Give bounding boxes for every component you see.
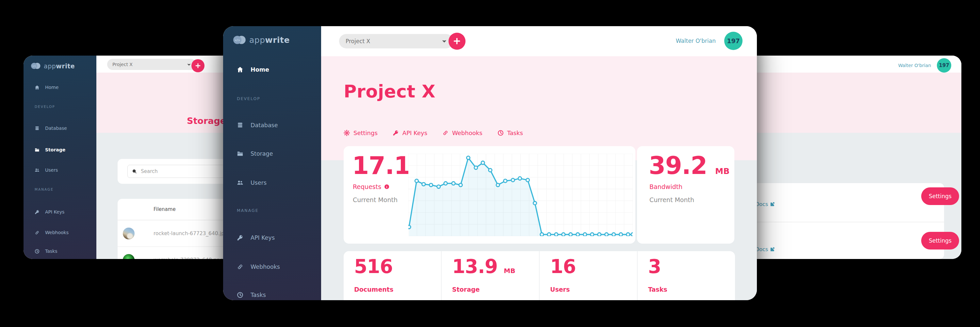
- usage-summary-card: 516 Documents 13.9 MB Storage 16 Users 3…: [344, 251, 735, 300]
- requests-label: Requests: [353, 183, 381, 190]
- docs-link-label: Docs: [755, 201, 768, 207]
- project-selector-value: Project X: [345, 38, 370, 45]
- settings-button[interactable]: Settings: [921, 232, 959, 249]
- requests-period: Current Month: [353, 196, 398, 203]
- project-tabs: Settings API Keys Webhooks Tasks: [344, 129, 523, 136]
- tab-label: Settings: [353, 129, 378, 136]
- user-name[interactable]: Walter O'brian: [676, 38, 716, 44]
- sidebar-item-label: Tasks: [251, 292, 266, 298]
- sidebar-section-develop: DEVELOP: [35, 105, 55, 108]
- project-selector-value: Project X: [112, 62, 133, 67]
- home-icon: [35, 85, 40, 90]
- info-icon[interactable]: i: [384, 184, 390, 189]
- database-icon: [35, 126, 40, 131]
- desktop: </> appwrite HomeDEVELOPDatabaseStorageU…: [0, 0, 980, 327]
- clock-icon: [237, 292, 243, 298]
- tab-api-keys[interactable]: API Keys: [393, 129, 427, 136]
- users-value: 16: [550, 257, 637, 276]
- tasks-cell: 3 Tasks: [638, 251, 735, 300]
- sidebar-item-users[interactable]: Users: [24, 165, 96, 175]
- sidebar-item-home[interactable]: Home: [223, 65, 321, 75]
- sidebar-nav: HomeDEVELOPDatabaseStorageUsersMANAGEAPI…: [223, 26, 321, 300]
- file-thumbnail-wormhole: [123, 254, 135, 259]
- documents-cell: 516 Documents: [344, 251, 442, 300]
- sidebar-item-api-keys[interactable]: API Keys: [223, 233, 321, 242]
- page-title: Project X: [344, 81, 436, 102]
- sidebar-item-label: Database: [45, 126, 67, 131]
- row-divider: [735, 222, 944, 222]
- requests-stat-card: 17.1K Requestsi Current Month: [344, 146, 635, 244]
- storage-unit: MB: [504, 267, 515, 275]
- chevron-down-icon: [442, 38, 447, 44]
- tasks-value: 3: [648, 257, 735, 276]
- project-selector[interactable]: Project X: [107, 59, 196, 70]
- docs-link[interactable]: Docs: [755, 246, 775, 252]
- add-project-button[interactable]: [191, 59, 205, 72]
- sidebar-item-webhooks[interactable]: Webhooks: [223, 262, 321, 272]
- sidebar-item-label: Users: [251, 180, 267, 186]
- page-title: Storage: [187, 116, 226, 126]
- users-cell: 16 Users: [540, 251, 638, 300]
- page-header-band: [321, 56, 757, 160]
- database-icon: [237, 122, 243, 129]
- sidebar-item-users[interactable]: Users: [223, 178, 321, 188]
- sidebar-item-tasks[interactable]: Tasks: [223, 290, 321, 300]
- user-area: Walter O'brian 197: [898, 58, 951, 73]
- clock-icon: [498, 130, 504, 136]
- project-selector[interactable]: Project X: [339, 34, 453, 48]
- sidebar-item-webhooks[interactable]: Webhooks: [24, 228, 96, 238]
- user-badge[interactable]: 197: [724, 32, 743, 50]
- user-name[interactable]: Walter O'brian: [898, 63, 931, 68]
- link-icon: [237, 263, 243, 270]
- users-icon: [237, 180, 243, 186]
- tab-tasks[interactable]: Tasks: [498, 129, 523, 136]
- documents-value: 516: [354, 257, 441, 276]
- link-icon: [442, 130, 449, 136]
- documents-label: Documents: [354, 286, 441, 293]
- tasks-label: Tasks: [648, 286, 735, 293]
- sidebar-section-develop: DEVELOP: [237, 96, 260, 101]
- sidebar-item-storage[interactable]: Storage: [223, 149, 321, 159]
- sidebar-item-database[interactable]: Database: [24, 123, 96, 133]
- plus-icon: [453, 37, 461, 45]
- tab-settings[interactable]: Settings: [344, 129, 378, 136]
- sidebar-item-label: Users: [45, 167, 58, 173]
- sidebar-item-home[interactable]: Home: [24, 82, 96, 92]
- settings-button[interactable]: Settings: [921, 187, 959, 205]
- external-link-icon: [770, 202, 775, 207]
- window-project-dashboard: </> appwrite HomeDEVELOPDatabaseStorageU…: [223, 26, 757, 300]
- user-badge[interactable]: 197: [937, 58, 951, 73]
- sidebar-item-database[interactable]: Database: [223, 120, 321, 130]
- external-link-icon: [770, 247, 775, 252]
- settings-panel: Settings Docs Settings Docs: [735, 183, 944, 259]
- sidebar-item-tasks[interactable]: Tasks: [24, 246, 96, 256]
- requests-chart: [408, 154, 633, 236]
- bandwidth-period: Current Month: [649, 196, 694, 203]
- tab-webhooks[interactable]: Webhooks: [442, 129, 482, 136]
- sidebar-item-label: Home: [251, 66, 269, 73]
- sidebar-section-manage: MANAGE: [237, 208, 259, 213]
- folder-icon: [35, 147, 40, 152]
- key-icon: [237, 234, 243, 241]
- search-icon: [132, 169, 137, 174]
- sidebar-item-label: Home: [45, 85, 59, 90]
- gear-icon: [344, 130, 350, 136]
- home-icon: [237, 66, 243, 73]
- sidebar-item-label: API Keys: [251, 234, 275, 241]
- folder-icon: [237, 150, 243, 157]
- users-label: Users: [550, 286, 637, 293]
- clock-icon: [35, 249, 40, 254]
- user-area: Walter O'brian 197: [676, 32, 743, 50]
- sidebar-section-manage: MANAGE: [35, 187, 54, 191]
- sidebar-nav: HomeDEVELOPDatabaseStorageUsersMANAGEAPI…: [24, 56, 96, 259]
- link-icon: [35, 230, 40, 235]
- sidebar-item-storage[interactable]: Storage: [24, 145, 96, 155]
- file-name: wormhole-739872_640.png: [154, 257, 223, 259]
- sidebar-item-label: API Keys: [45, 209, 64, 215]
- storage-value: 13.9: [452, 255, 498, 278]
- docs-link[interactable]: Docs: [755, 201, 775, 207]
- sidebar: </> appwrite HomeDEVELOPDatabaseStorageU…: [24, 56, 96, 259]
- bandwidth-value: 39.2: [649, 152, 707, 180]
- add-project-button[interactable]: [449, 33, 466, 50]
- sidebar-item-api-keys[interactable]: API Keys: [24, 207, 96, 217]
